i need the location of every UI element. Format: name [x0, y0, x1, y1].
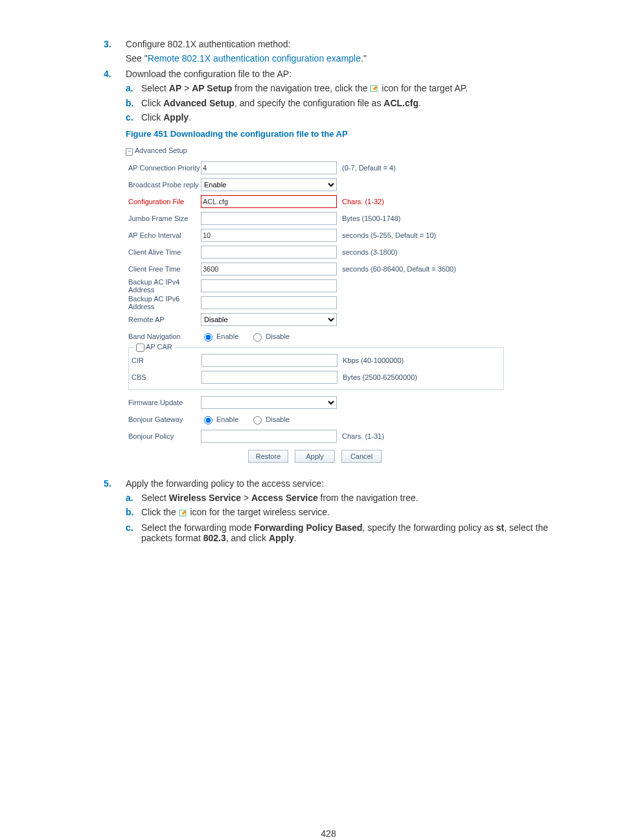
apply-button[interactable]: Apply — [295, 450, 335, 463]
echo-label: AP Echo Interval — [126, 231, 201, 239]
bgw-disable-label: Disable — [266, 415, 290, 423]
bpol-hint: Chars. (1-31) — [337, 432, 384, 440]
remote-label: Remote AP — [126, 316, 201, 323]
step4a-t3: icon for the target AP. — [379, 83, 468, 93]
step5c-apply: Apply — [269, 533, 294, 543]
calive-label: Client Alive Time — [126, 248, 201, 256]
step5b-t2: icon for the target wireless service. — [188, 507, 330, 517]
step5b-letter: b. — [126, 507, 141, 518]
step4c-t2: . — [189, 112, 191, 122]
step5c-t2: , specify the forwarding policy as — [363, 522, 496, 533]
b6-input[interactable] — [201, 296, 337, 309]
step4-text: Download the configuration file to the A… — [126, 69, 553, 79]
band-disable-label: Disable — [266, 332, 290, 340]
panel-header[interactable]: −Advanced Setup — [126, 144, 504, 159]
apcar-legend-label: AP CAR — [146, 343, 172, 351]
advanced-setup-panel: −Advanced Setup AP Connection Priority (… — [126, 144, 504, 463]
step5c-letter: c. — [126, 522, 141, 543]
step5a-t1: Select — [141, 493, 169, 503]
step4b-t1: Click — [141, 98, 163, 108]
bpol-input[interactable] — [201, 430, 337, 443]
step5-num: 5. — [104, 478, 126, 489]
step5a-as: Access Service — [251, 493, 318, 503]
step5a-ws: Wireless Service — [169, 493, 241, 503]
b4-input[interactable] — [201, 279, 337, 292]
cir-hint: Kbps (40-1000000) — [338, 356, 404, 364]
step4a-t2: from the navigation tree, click the — [232, 83, 370, 93]
step4b-body: Click Advanced Setup, and specify the co… — [141, 98, 553, 108]
step4c-letter: c. — [126, 112, 141, 122]
fw-select[interactable] — [201, 396, 337, 409]
step4c-apply: Apply — [163, 112, 189, 122]
restore-button[interactable]: Restore — [248, 450, 288, 463]
step3-see: See "Remote 802.1X authentication config… — [126, 53, 553, 64]
cfree-hint: seconds (60-86400, Default = 3600) — [337, 265, 456, 273]
step4a-gt: > — [181, 83, 192, 93]
step4a-setup: AP Setup — [192, 83, 232, 93]
step3-text: Configure 802.1X authentication method: — [126, 39, 553, 49]
remote-auth-link[interactable]: Remote 802.1X authentication configurati… — [148, 53, 361, 64]
apcar-legend[interactable]: AP CAR — [134, 343, 174, 352]
cir-input[interactable] — [201, 354, 338, 367]
step4b-t2: , and specify the configuration file as — [235, 98, 383, 108]
remote-select[interactable]: Disable — [201, 313, 337, 326]
cancel-button[interactable]: Cancel — [341, 450, 382, 463]
step5a-body: Select Wireless Service > Access Service… — [141, 493, 553, 503]
step5b-body: Click the icon for the target wireless s… — [141, 507, 553, 518]
band-enable-radio[interactable]: Enable — [201, 331, 238, 342]
cfgfile-label: Configuration File — [126, 198, 201, 205]
echo-input[interactable] — [201, 229, 337, 242]
cbs-label: CBS — [129, 373, 201, 381]
panel-header-label: Advanced Setup — [135, 146, 187, 154]
bpol-label: Bonjour Policy — [126, 432, 201, 440]
echo-hint: seconds (5-255, Default = 10) — [337, 231, 436, 239]
edit-icon — [370, 84, 379, 94]
step3-see-post: ." — [361, 53, 367, 64]
cbs-input[interactable] — [201, 371, 338, 384]
fw-label: Firmware Update — [126, 399, 201, 406]
step4a-t1: Select — [141, 83, 169, 93]
calive-hint: seconds (3-1800) — [337, 248, 398, 256]
page-number: 428 — [104, 828, 553, 839]
step5-text: Apply the forwarding policy to the acces… — [126, 478, 553, 489]
jumbo-hint: Bytes (1500-1748) — [337, 215, 401, 222]
collapse-icon[interactable]: − — [126, 148, 133, 156]
step4-num: 4. — [104, 69, 126, 79]
bcast-select[interactable]: Enable — [201, 178, 337, 191]
cfree-label: Client Free Time — [126, 265, 201, 273]
cbs-hint: Bytes (2500-62500000) — [338, 373, 417, 381]
edit-icon — [179, 508, 188, 519]
ap-prio-hint: (0-7, Default = 4) — [337, 164, 396, 172]
apcar-checkbox[interactable] — [136, 344, 144, 352]
jumbo-input[interactable] — [201, 212, 337, 225]
step3-see-pre: See " — [126, 53, 148, 64]
b4-label: Backup AC IPv4 Address — [126, 278, 201, 294]
step5a-t2: from the navigation tree. — [318, 493, 418, 503]
step4b-adv: Advanced Setup — [163, 98, 235, 108]
step5c-t1: Select the forwarding mode — [141, 522, 254, 533]
step4b-letter: b. — [126, 98, 141, 108]
step4c-t1: Click — [141, 112, 163, 122]
step5c-st: st — [496, 522, 504, 533]
band-disable-radio[interactable]: Disable — [250, 331, 290, 342]
band-label: Band Navigation — [126, 332, 201, 340]
b6-label: Backup AC IPv6 Address — [126, 295, 201, 310]
figure-caption: Figure 451 Downloading the configuration… — [126, 129, 553, 139]
step4b-acl: ACL.cfg — [383, 98, 418, 108]
bgw-disable-radio[interactable]: Disable — [250, 414, 290, 425]
step4c-body: Click Apply. — [141, 112, 553, 122]
step5c-8023: 802.3 — [203, 533, 226, 543]
ap-prio-input[interactable] — [201, 161, 337, 174]
bgw-enable-radio[interactable]: Enable — [201, 414, 238, 425]
cir-label: CIR — [129, 356, 201, 364]
step5a-letter: a. — [126, 493, 141, 503]
band-enable-label: Enable — [216, 332, 238, 340]
step4b-t3: . — [418, 98, 421, 108]
step5c-body: Select the forwarding mode Forwarding Po… — [141, 522, 553, 543]
step4a-body: Select AP > AP Setup from the navigation… — [141, 83, 553, 94]
cfgfile-input[interactable] — [201, 195, 337, 208]
cfree-input[interactable] — [201, 262, 337, 275]
bgw-label: Bonjour Gateway — [126, 415, 201, 423]
calive-input[interactable] — [201, 246, 337, 259]
step4a-ap: AP — [169, 83, 181, 93]
